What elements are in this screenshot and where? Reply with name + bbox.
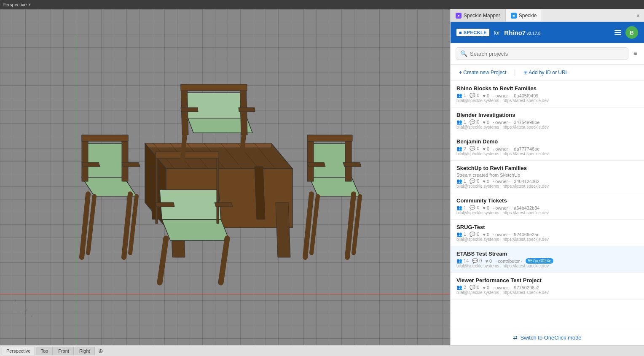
svg-marker-25 <box>122 162 140 167</box>
comments-count: 💬 0 <box>470 146 479 151</box>
svg-marker-35 <box>307 162 325 167</box>
project-item-5[interactable]: SRUG-Test 👥 1 💬 0 ♥ 0 · owner · 924066e2… <box>451 220 644 246</box>
projects-list: Rhino Blocks to Revit Families 👥 1 💬 0 ♥… <box>451 81 644 330</box>
likes-count: ♥ 0 <box>483 120 489 125</box>
project-id: 924066e25c <box>514 232 539 237</box>
speckle-mapper-tab-label: Speckle Mapper <box>464 13 500 19</box>
top-bar: Perspective ▼ <box>0 0 644 9</box>
svg-marker-28 <box>307 135 314 181</box>
project-url: bilal@speckle.systems | https://latest.s… <box>456 237 638 242</box>
project-url: bilal@speckle.systems | https://latest.s… <box>456 264 638 268</box>
project-meta: 👥 2 💬 0 ♥ 0 · owner · da777746ae <box>456 146 638 151</box>
project-item-2[interactable]: Benjamin Demo 👥 2 💬 0 ♥ 0 · owner · da77… <box>451 134 644 161</box>
project-meta: 👥 2 💬 0 ♥ 0 · owner · 97750296c2 <box>456 285 638 290</box>
members-count: 👥 1 <box>456 232 466 237</box>
project-role: · owner · <box>493 93 510 98</box>
project-name: Rhino Blocks to Revit Families <box>456 85 638 92</box>
create-project-label: + Create new Project <box>459 70 506 76</box>
svg-marker-47 <box>185 93 244 118</box>
switch-oneclick-button[interactable]: ⇄ Switch to OneClick mode <box>513 334 581 341</box>
comments-count: 💬 0 <box>470 205 479 210</box>
svg-line-52 <box>241 132 244 165</box>
project-id: 0a405f9499 <box>514 93 538 98</box>
svg-marker-44 <box>156 202 174 207</box>
members-count: 👥 1 <box>456 119 466 125</box>
add-by-id-button[interactable]: ⊞ Add by ID or URL <box>520 68 572 77</box>
project-id: a64b432b34 <box>514 205 539 210</box>
right-panel: ● Speckle Mapper ■ Speckle × ■ SPECKLE f… <box>450 9 644 345</box>
project-item-6[interactable]: ETABS Test Stream 👥 14 💬 0 ♥ 0 · contrib… <box>451 246 644 273</box>
project-role: · owner · <box>493 120 510 125</box>
project-name: SketchUp to Revit Families <box>456 165 638 171</box>
avatar[interactable]: B <box>625 26 638 39</box>
svg-marker-12 <box>276 202 290 257</box>
svg-marker-54 <box>239 108 255 112</box>
svg-marker-41 <box>156 152 219 158</box>
svg-marker-37 <box>162 219 229 240</box>
svg-marker-14 <box>255 167 265 219</box>
speckle-mapper-tab-icon: ● <box>456 13 462 19</box>
add-viewport-button[interactable]: ⊕ <box>96 347 106 355</box>
perspective-view-label[interactable]: Perspective ▼ <box>0 1 34 8</box>
svg-text:y: y <box>14 299 16 302</box>
project-url: bilal@speckle.systems | https://latest.s… <box>456 151 638 156</box>
tab-top[interactable]: Top <box>36 347 53 355</box>
project-item-4[interactable]: Community Tickets 👥 1 💬 0 ♥ 0 · owner · … <box>451 193 644 220</box>
filter-icon[interactable]: ≡ <box>632 48 639 59</box>
comments-count: 💬 0 <box>472 258 482 264</box>
project-meta: 👥 1 💬 0 ♥ 0 · owner · 340412c362 <box>456 178 638 184</box>
svg-marker-17 <box>82 135 88 181</box>
svg-marker-18 <box>122 135 128 181</box>
panel-close-button[interactable]: × <box>632 11 644 21</box>
tab-right[interactable]: Right <box>75 347 95 355</box>
tab-speckle-mapper[interactable]: ● Speckle Mapper <box>451 9 506 22</box>
comments-count: 💬 0 <box>470 285 479 290</box>
project-item-3[interactable]: SketchUp to Revit Families Stream create… <box>451 161 644 193</box>
perspective-dropdown-arrow[interactable]: ▼ <box>27 3 31 7</box>
project-url: bilal@speckle.systems | https://latest.s… <box>456 210 638 215</box>
search-input[interactable] <box>470 51 624 57</box>
panel-tabs: ● Speckle Mapper ■ Speckle × <box>451 9 644 22</box>
svg-line-57 <box>16 311 25 316</box>
action-divider: | <box>514 69 515 76</box>
project-meta: 👥 1 💬 0 ♥ 0 · owner · a64b432b34 <box>456 205 638 210</box>
likes-count: ♥ 0 <box>485 259 492 264</box>
svg-marker-50 <box>181 84 247 91</box>
likes-count: ♥ 0 <box>483 285 489 290</box>
project-item-7[interactable]: Viewer Performance Test Project 👥 2 💬 0 … <box>451 273 644 299</box>
members-count: 👥 14 <box>456 258 469 264</box>
svg-marker-36 <box>343 162 361 167</box>
svg-marker-19 <box>82 135 128 141</box>
project-meta: 👥 14 💬 0 ♥ 0 · contributor · 557ae0024e <box>456 258 638 264</box>
tab-front[interactable]: Front <box>54 347 74 355</box>
panel-bottom: ⇄ Switch to OneClick mode <box>451 330 644 345</box>
search-area: 🔍 ≡ <box>451 43 644 65</box>
viewport[interactable]: x y z <box>0 9 450 345</box>
project-id-highlighted: 557ae0024e <box>526 258 553 264</box>
speckle-header: ■ SPECKLE for Rhino7v2.17.0 B <box>451 22 644 43</box>
create-project-button[interactable]: + Create new Project <box>456 68 510 77</box>
tab-perspective[interactable]: Perspective <box>2 347 35 355</box>
svg-marker-1 <box>145 143 271 148</box>
add-by-id-label: ⊞ Add by ID or URL <box>523 70 569 76</box>
project-name: Viewer Performance Test Project <box>456 277 638 283</box>
members-count: 👥 2 <box>456 146 466 151</box>
header-right-actions: B <box>614 26 638 39</box>
perspective-text: Perspective <box>3 2 27 7</box>
project-item-1[interactable]: Blender Investigations 👥 1 💬 0 ♥ 0 · own… <box>451 108 644 134</box>
header-menu-icon[interactable] <box>614 30 621 35</box>
project-subtitle: Stream created from SketchUp <box>456 173 638 178</box>
project-item-0[interactable]: Rhino Blocks to Revit Families 👥 1 💬 0 ♥… <box>451 81 644 108</box>
svg-marker-40 <box>217 152 219 224</box>
project-url: bilal@speckle.systems | https://latest.s… <box>456 290 638 295</box>
project-role: · contributor · <box>495 259 522 264</box>
speckle-logo: ■ SPECKLE <box>456 29 489 36</box>
bottom-tabs: Perspective Top Front Right ⊕ <box>0 345 644 356</box>
svg-marker-27 <box>311 143 347 177</box>
tab-speckle[interactable]: ■ Speckle <box>506 9 542 22</box>
project-role: · owner · <box>493 205 510 210</box>
main-content: x y z ● Speckle Mapper ■ Speckle × ■ SPE… <box>0 9 644 345</box>
project-name: Benjamin Demo <box>456 138 638 145</box>
comments-count: 💬 0 <box>470 178 479 184</box>
project-id: 340412c362 <box>514 179 539 184</box>
